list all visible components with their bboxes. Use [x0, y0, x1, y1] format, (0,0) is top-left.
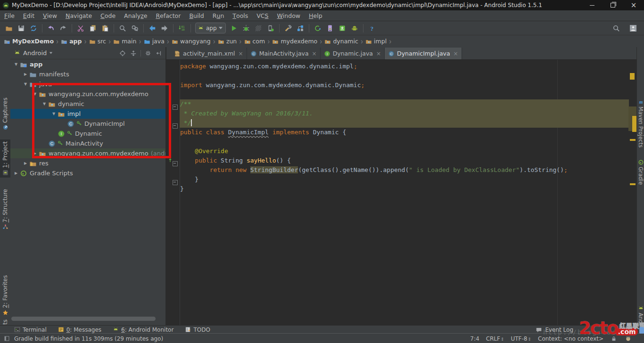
- tool-stripe-gradle[interactable]: Gradle: [637, 159, 644, 185]
- tree-item-wangyang-zun-com-mydexdemo[interactable]: ▶wangyang.zun.com.mydexdemo(androidTest): [10, 148, 165, 158]
- tree-item-gradle-scripts[interactable]: ▶Gradle Scripts: [10, 168, 165, 178]
- tree-horizontal-scrollbar[interactable]: [11, 317, 156, 321]
- redo-button[interactable]: [57, 23, 69, 34]
- project-view-mode[interactable]: Android: [23, 49, 47, 57]
- breadcrumb-zun[interactable]: zun: [217, 38, 238, 45]
- memory-dump-button[interactable]: 0110: [176, 23, 188, 34]
- forward-button[interactable]: [158, 23, 171, 34]
- back-button[interactable]: [146, 23, 158, 34]
- expanded-arrow-icon[interactable]: ▼: [41, 102, 48, 106]
- device-monitor-button[interactable]: [348, 23, 361, 34]
- breadcrumb-dynamic[interactable]: dynamic: [323, 38, 359, 45]
- coverage-button[interactable]: [252, 23, 264, 34]
- collapsed-arrow-icon[interactable]: ▶: [31, 151, 39, 155]
- help-button[interactable]: ?: [366, 23, 378, 34]
- breadcrumb-MyDexDemo[interactable]: MyDexDemo: [3, 38, 55, 45]
- tab-close-icon[interactable]: ×: [454, 50, 458, 57]
- gear-icon[interactable]: [144, 49, 152, 57]
- find-replace-button[interactable]: [129, 23, 141, 34]
- menu-edit[interactable]: Edit: [19, 10, 39, 21]
- tree-item-dynamic[interactable]: ▼dynamic: [10, 99, 165, 109]
- copy-button[interactable]: [87, 23, 99, 34]
- run-button[interactable]: [228, 23, 240, 34]
- menu-code[interactable]: Code: [96, 10, 120, 21]
- paste-button[interactable]: [99, 23, 111, 34]
- fold-marker[interactable]: [173, 105, 178, 110]
- restore-button[interactable]: [603, 0, 623, 10]
- code-editor[interactable]: package wangyang.zun.com.mydexdemo.dynam…: [166, 60, 636, 326]
- tool-stripe-7-structure[interactable]: 7: Structure: [0, 187, 10, 232]
- encoding-widget[interactable]: UTF-8↕: [511, 335, 532, 342]
- breadcrumb-com[interactable]: com: [243, 38, 266, 45]
- menu-file[interactable]: File: [0, 10, 19, 21]
- collapsed-arrow-icon[interactable]: ▶: [22, 72, 29, 76]
- expanded-arrow-icon[interactable]: ▼: [50, 112, 58, 116]
- menu-view[interactable]: View: [39, 10, 61, 21]
- caret-position[interactable]: 7:4: [470, 335, 479, 342]
- tool-stripe-maven-projects[interactable]: mMaven Projects: [637, 99, 644, 147]
- tree-item-java[interactable]: ▼java: [10, 79, 165, 89]
- tool-window-button-terminal[interactable]: Terminal: [8, 326, 52, 334]
- tool-window-button-0-messages[interactable]: 0: Messages: [52, 326, 107, 334]
- lock-icon[interactable]: [610, 335, 618, 343]
- breadcrumb-main[interactable]: main: [112, 38, 137, 45]
- menu-navigate[interactable]: Navigate: [61, 10, 96, 21]
- tool-window-button-6-android-monitor[interactable]: 6: Android Monitor: [107, 326, 179, 334]
- tree-item-dynamicimpl[interactable]: CDynamicImpl: [10, 119, 165, 129]
- user-avatar-button[interactable]: [627, 23, 639, 34]
- tool-stripe-2-favorites[interactable]: 2: Favorites: [0, 273, 10, 318]
- overrides-method-gutter-icon[interactable]: [167, 157, 173, 163]
- line-separator-widget[interactable]: CRLF↕: [486, 335, 504, 342]
- project-structure-button[interactable]: [294, 23, 306, 34]
- event-log-button[interactable]: Event Log: [535, 326, 644, 334]
- fold-marker[interactable]: [173, 161, 178, 166]
- breadcrumb-java[interactable]: java: [143, 38, 165, 45]
- tree-item-dynamic[interactable]: IDynamic: [10, 129, 165, 139]
- context-widget[interactable]: Context: <no context>: [538, 335, 603, 342]
- fold-marker[interactable]: [173, 123, 178, 129]
- minimize-button[interactable]: [582, 0, 603, 10]
- save-all-button[interactable]: [15, 23, 27, 34]
- locate-file-icon[interactable]: [119, 49, 126, 57]
- expanded-arrow-icon[interactable]: ▼: [31, 92, 39, 96]
- breadcrumb-wangyang[interactable]: wangyang: [171, 38, 212, 45]
- tool-window-button-todo[interactable]: TODO: [179, 326, 215, 334]
- synchronize-button[interactable]: [27, 23, 40, 34]
- search-everywhere-button[interactable]: [610, 23, 622, 34]
- tree-item-res[interactable]: ▶res: [10, 158, 165, 168]
- cut-button[interactable]: [74, 23, 87, 34]
- expanded-arrow-icon[interactable]: ▼: [22, 82, 29, 86]
- tab-close-icon[interactable]: ×: [239, 50, 243, 57]
- status-message[interactable]: Gradle build finished in 11s 309ms (29 m…: [14, 335, 163, 342]
- open-project-button[interactable]: [3, 23, 15, 34]
- stripe-warning-mark[interactable]: [632, 116, 636, 132]
- menu-tools[interactable]: Tools: [228, 10, 252, 21]
- collapsed-arrow-icon[interactable]: ▶: [12, 171, 20, 175]
- tree-item-app[interactable]: ▼app: [10, 59, 165, 69]
- view-mode-dropdown-icon[interactable]: [50, 52, 52, 54]
- toggle-tool-stripes-icon[interactable]: [3, 335, 10, 343]
- menu-refactor[interactable]: Refactor: [151, 10, 185, 21]
- fold-marker[interactable]: [173, 180, 178, 185]
- stripe-warning-mark[interactable]: [630, 183, 636, 185]
- tree-item-manifests[interactable]: ▶manifests: [10, 69, 165, 79]
- debug-button[interactable]: [240, 23, 252, 34]
- stripe-warning-mark[interactable]: [630, 139, 636, 141]
- tab-close-icon[interactable]: ×: [376, 50, 381, 57]
- breadcrumb-app[interactable]: app: [60, 38, 83, 45]
- expanded-arrow-icon[interactable]: ▼: [12, 62, 20, 66]
- tab-Dynamic.java[interactable]: IDynamic.java×: [321, 48, 385, 59]
- inspection-indicator[interactable]: [630, 73, 635, 80]
- tab-DynamicImpl.java[interactable]: CDynamicImpl.java×: [385, 48, 462, 59]
- hide-panel-icon[interactable]: [155, 49, 163, 57]
- tree-item-mainactivity[interactable]: CMainActivity: [10, 139, 165, 148]
- menu-window[interactable]: Window: [272, 10, 305, 21]
- menu-run[interactable]: Run: [208, 10, 229, 21]
- menu-analyze[interactable]: Analyze: [120, 10, 151, 21]
- tab-MainActivity.java[interactable]: CMainActivity.java×: [247, 48, 321, 59]
- breadcrumb-impl[interactable]: impl: [364, 38, 388, 45]
- tab-activity_main.xml[interactable]: </>activity_main.xml×: [171, 48, 247, 59]
- tool-stripe-1-project[interactable]: 1: Project: [0, 139, 10, 178]
- attach-debugger-button[interactable]: [264, 23, 277, 34]
- menu-build[interactable]: Build: [185, 10, 208, 21]
